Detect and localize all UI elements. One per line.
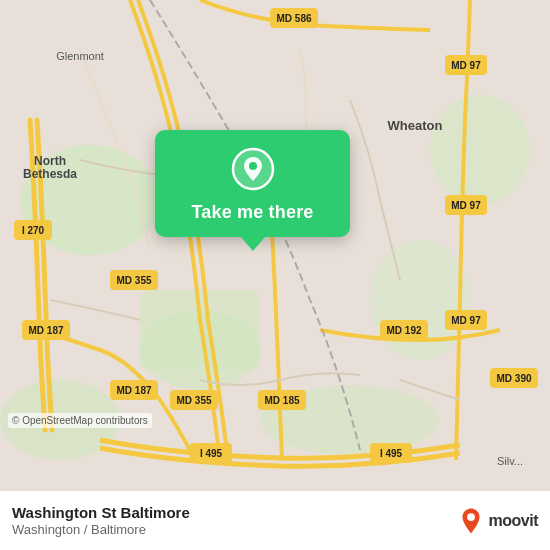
svg-text:I 495: I 495 <box>200 448 223 459</box>
map-view: MD 355 MD 355 MD 586 MD 97 MD 97 MD 97 M… <box>0 0 550 490</box>
take-me-there-card[interactable]: Take me there <box>155 130 350 237</box>
svg-text:MD 192: MD 192 <box>386 325 421 336</box>
svg-text:MD 97: MD 97 <box>451 60 481 71</box>
svg-text:I 270: I 270 <box>22 225 45 236</box>
location-pin-icon <box>228 144 278 194</box>
svg-point-43 <box>249 162 257 170</box>
moovit-brand-text: moovit <box>489 512 538 530</box>
svg-point-7 <box>430 95 530 205</box>
svg-text:Silv...: Silv... <box>497 455 523 467</box>
svg-text:MD 586: MD 586 <box>276 13 311 24</box>
bottom-bar: Washington St Baltimore Washington / Bal… <box>0 490 550 550</box>
svg-text:Wheaton: Wheaton <box>388 118 443 133</box>
copyright-text: © OpenStreetMap contributors <box>8 413 152 428</box>
svg-text:Glenmont: Glenmont <box>56 50 104 62</box>
svg-text:I 495: I 495 <box>380 448 403 459</box>
svg-point-44 <box>467 513 475 521</box>
svg-text:Bethesda: Bethesda <box>23 167 77 181</box>
svg-text:MD 187: MD 187 <box>28 325 63 336</box>
take-me-there-label: Take me there <box>191 202 313 223</box>
svg-text:MD 97: MD 97 <box>451 200 481 211</box>
moovit-pin-icon <box>457 507 485 535</box>
destination-name: Washington St Baltimore <box>12 504 457 521</box>
svg-text:MD 97: MD 97 <box>451 315 481 326</box>
svg-text:MD 355: MD 355 <box>116 275 151 286</box>
svg-text:MD 355: MD 355 <box>176 395 211 406</box>
svg-text:MD 185: MD 185 <box>264 395 299 406</box>
moovit-logo: moovit <box>457 507 538 535</box>
svg-text:MD 187: MD 187 <box>116 385 151 396</box>
destination-info: Washington St Baltimore Washington / Bal… <box>12 504 457 537</box>
svg-text:North: North <box>34 154 66 168</box>
destination-region: Washington / Baltimore <box>12 522 457 537</box>
svg-text:MD 390: MD 390 <box>496 373 531 384</box>
